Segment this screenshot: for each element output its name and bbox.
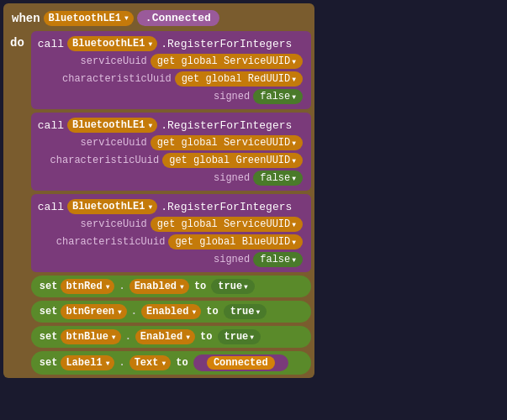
signed-val-3[interactable]: false — [253, 252, 303, 267]
set-property-4[interactable]: Text — [129, 355, 172, 370]
signed-val-1[interactable]: false — [253, 89, 303, 104]
get-redUUID-1[interactable]: get global RedUUID — [175, 71, 303, 87]
call-row-signed-1: signed false — [38, 89, 304, 104]
do-body: do call BluetoothLE1 .RegisterForInteger… — [7, 31, 311, 375]
call-method-3: .RegisterForIntegers — [161, 201, 292, 213]
bluetooth-component-pill[interactable]: BluetoothLE1 — [44, 11, 134, 26]
connected-event-pill: .Connected — [137, 10, 219, 26]
set-value-3[interactable]: true — [218, 329, 261, 344]
signed-label-2: signed — [140, 172, 250, 184]
do-label: do — [7, 31, 28, 375]
dot-sep-1: . — [119, 281, 124, 292]
characteristicUuid-label-1: characteristicUuid — [62, 73, 172, 85]
call-method-1: .RegisterForIntegers — [161, 38, 292, 50]
call-block-3: call BluetoothLE1 .RegisterForIntegers s… — [31, 194, 311, 272]
set-block-3: set btnBlue . Enabled to true — [31, 326, 311, 348]
call-method-2: .RegisterForIntegers — [161, 119, 292, 132]
to-label-2: to — [206, 306, 218, 318]
call-row-charUuid-2: characteristicUuid get global GreenUUID — [38, 153, 304, 168]
call-row-signed-2: signed false — [38, 171, 304, 186]
call-block-2: call BluetoothLE1 .RegisterForIntegers s… — [31, 113, 311, 191]
do-content: call BluetoothLE1 .RegisterForIntegers s… — [31, 31, 311, 375]
set-block-1: set btnRed . Enabled to true — [31, 276, 311, 297]
set-block-4: set Label1 . Text to Connected — [31, 351, 311, 375]
when-label: when — [12, 12, 40, 25]
when-block: when BluetoothLE1 .Connected do call Blu… — [3, 3, 314, 378]
call-component-2[interactable]: BluetoothLE1 — [67, 118, 157, 133]
set-keyword-1: set — [40, 281, 58, 292]
call-header-1: call BluetoothLE1 .RegisterForIntegers — [38, 36, 304, 51]
call-block-1: call BluetoothLE1 .RegisterForIntegers s… — [31, 31, 311, 109]
dot-sep-4: . — [119, 357, 124, 369]
close-quote — [277, 357, 283, 369]
to-label-1: to — [194, 281, 206, 292]
to-label-4: to — [176, 357, 187, 369]
signed-val-2[interactable]: false — [253, 171, 303, 186]
set-component-3[interactable]: btnBlue — [61, 329, 120, 344]
call-keyword-2: call — [38, 119, 64, 132]
call-row-charUuid-3: characteristicUuid get global BlueUUID — [38, 234, 304, 249]
call-keyword-3: call — [38, 201, 64, 213]
set-component-4[interactable]: Label1 — [61, 355, 114, 370]
set-component-1[interactable]: btnRed — [61, 279, 114, 294]
set-keyword-2: set — [40, 306, 58, 318]
get-serviceUUID-2[interactable]: get global ServiceUUID — [151, 135, 303, 150]
connected-string-pill: Connected — [193, 354, 288, 371]
dot-sep-3: . — [125, 331, 131, 343]
set-component-2[interactable]: btnGreen — [61, 304, 126, 319]
characteristicUuid-label-2: characteristicUuid — [50, 155, 159, 166]
set-keyword-4: set — [40, 357, 58, 369]
call-row-charUuid-1: characteristicUuid get global RedUUID — [38, 71, 304, 87]
call-row-serviceUuid-1: serviceUuid get global ServiceUUID — [38, 54, 304, 69]
serviceUuid-label-3: serviceUuid — [38, 218, 147, 230]
set-property-3[interactable]: Enabled — [135, 329, 195, 344]
call-row-signed-3: signed false — [38, 252, 304, 267]
dot-sep-2: . — [131, 306, 137, 318]
set-keyword-3: set — [40, 331, 58, 343]
set-value-2[interactable]: true — [224, 304, 267, 319]
when-header: when BluetoothLE1 .Connected — [7, 7, 311, 29]
set-property-2[interactable]: Enabled — [141, 304, 201, 319]
call-component-3[interactable]: BluetoothLE1 — [67, 199, 157, 214]
call-row-serviceUuid-3: serviceUuid get global ServiceUUID — [38, 217, 304, 232]
call-header-3: call BluetoothLE1 .RegisterForIntegers — [38, 199, 304, 214]
get-serviceUUID-1[interactable]: get global ServiceUUID — [151, 54, 303, 69]
to-label-3: to — [200, 331, 212, 343]
signed-label-3: signed — [140, 254, 250, 265]
call-component-1[interactable]: BluetoothLE1 — [67, 36, 157, 51]
set-property-1[interactable]: Enabled — [129, 279, 189, 294]
call-keyword-1: call — [38, 38, 64, 50]
characteristicUuid-label-3: characteristicUuid — [55, 236, 165, 248]
get-serviceUUID-3[interactable]: get global ServiceUUID — [151, 217, 303, 232]
open-quote — [198, 357, 204, 369]
set-value-1[interactable]: true — [211, 279, 255, 294]
serviceUuid-label-2: serviceUuid — [38, 137, 147, 149]
get-blueUUID-3[interactable]: get global BlueUUID — [168, 234, 303, 249]
connected-string-value: Connected — [207, 356, 275, 370]
signed-label-1: signed — [140, 91, 250, 102]
set-block-2: set btnGreen . Enabled to true — [31, 301, 311, 323]
call-header-2: call BluetoothLE1 .RegisterForIntegers — [38, 118, 304, 133]
get-greenUUID-2[interactable]: get global GreenUUID — [162, 153, 303, 168]
serviceUuid-label-1: serviceUuid — [38, 55, 147, 67]
call-row-serviceUuid-2: serviceUuid get global ServiceUUID — [38, 135, 304, 150]
